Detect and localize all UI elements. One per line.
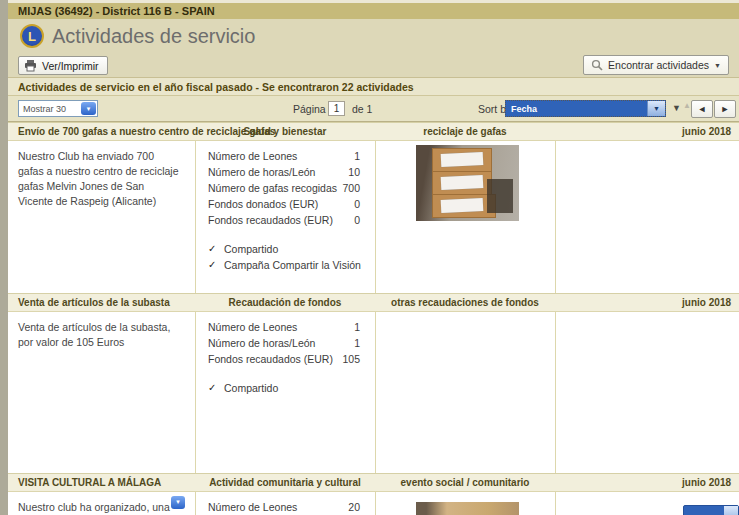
activity-description-cell: Nuestro Club ha enviado 700 gafas a nues… — [8, 141, 195, 293]
activity-date: junio 2018 — [682, 126, 731, 137]
check-icon: ✓ — [208, 380, 224, 396]
stat-row: Fondos recaudados (EUR)0 — [208, 212, 360, 228]
stat-row: Número de Leones20 — [208, 499, 360, 515]
bottom-partial-select[interactable] — [683, 505, 739, 515]
check-icon: ✓ — [208, 241, 224, 257]
find-activities-button[interactable]: Encontrar actividades ▼ — [583, 55, 729, 75]
stat-value: 0 — [354, 212, 360, 228]
stat-row: Número de Leones1 — [208, 148, 360, 164]
results-summary: Actividades de servicio en el año fiscal… — [18, 81, 414, 93]
activity-flags: ✓Compartido✓Campaña Compartir la Visión — [208, 241, 375, 273]
activity-type: reciclaje de gafas — [375, 126, 555, 137]
activity-photo-cell — [375, 312, 555, 473]
stat-value: 1 — [354, 335, 360, 351]
activity-flags: ✓Compartido — [208, 380, 375, 396]
sort-by-select[interactable]: Fecha ▼ — [505, 100, 666, 117]
print-button[interactable]: Ver/Imprimir — [18, 56, 108, 75]
stat-value: 1 — [354, 148, 360, 164]
activity-description: Venta de artículos de la subasta, por va… — [18, 321, 170, 348]
arrow-right-icon: ► — [721, 104, 730, 114]
chevron-down-icon: ▼ — [647, 101, 665, 116]
stat-row: Número de Leones1 — [208, 319, 360, 335]
activity-date: junio 2018 — [682, 477, 731, 488]
activity-section: Envío de 700 gafas a nuestro centro de r… — [8, 122, 739, 293]
activity-category: Actividad comunitaria y cultural — [195, 477, 375, 488]
activity-section: Venta de artículos de la subastaRecaudac… — [8, 293, 739, 473]
arrow-left-icon: ◄ — [698, 104, 707, 114]
stat-label: Número de horas/León — [208, 335, 315, 351]
club-district-title: MIJAS (36492) - District 116 B - SPAIN — [18, 5, 215, 17]
activity-description: Nuestro club ha organizado, una vez más,… — [18, 501, 170, 515]
activity-body: Nuestro club ha organizado, una vez más,… — [8, 492, 739, 515]
stat-value: 20 — [348, 499, 360, 515]
stat-value: 10 — [348, 164, 360, 180]
activity-header-row: Envío de 700 gafas a nuestro centro de r… — [8, 122, 739, 141]
activity-body: Nuestro Club ha enviado 700 gafas a nues… — [8, 141, 739, 293]
stat-value: 0 — [354, 196, 360, 212]
pagination-bar: Mostrar 30 ▼ Página de 1 Sort by Fecha ▼… — [8, 95, 739, 122]
activity-title: VISITA CULTURAL A MÁLAGA — [18, 477, 161, 488]
activity-type: otras recaudaciones de fondos — [375, 297, 555, 308]
show-count-select[interactable]: Mostrar 30 ▼ — [18, 100, 98, 117]
activity-description-cell: Venta de artículos de la subasta, por va… — [8, 312, 195, 473]
flag-label: Compartido — [224, 241, 278, 257]
activity-type: evento social / comunitario — [375, 477, 555, 488]
page-number-input[interactable] — [328, 101, 345, 116]
activity-stats-cell: Número de Leones1Número de horas/León1Fo… — [195, 312, 375, 473]
find-activities-label: Encontrar actividades — [608, 59, 709, 71]
photo-shadow — [487, 179, 513, 213]
stat-label: Fondos recaudados (EUR) — [208, 212, 333, 228]
stat-value: 105 — [342, 351, 360, 367]
activity-section: VISITA CULTURAL A MÁLAGAActividad comuni… — [8, 473, 739, 515]
activity-header-row: Venta de artículos de la subastaRecaudac… — [8, 293, 739, 312]
previous-page-button[interactable]: ◄ — [691, 100, 713, 118]
next-page-button[interactable]: ► — [714, 100, 736, 118]
page: MIJAS (36492) - District 116 B - SPAIN L… — [0, 0, 739, 515]
stat-value: 1 — [354, 319, 360, 335]
stat-label: Número de Leones — [208, 319, 297, 335]
box-label — [441, 152, 484, 167]
activity-description-cell: Nuestro club ha organizado, una vez más,… — [8, 492, 195, 515]
activity-empty-cell — [555, 141, 739, 293]
stat-row: Fondos donados (EUR)0 — [208, 196, 360, 212]
sort-descending-icon[interactable]: ▼ — [672, 104, 681, 113]
activity-description: Nuestro Club ha enviado 700 gafas a nues… — [18, 150, 179, 207]
activity-body: Venta de artículos de la subasta, por va… — [8, 312, 739, 473]
flag-row: ✓Compartido — [208, 241, 375, 257]
activity-stats-cell: Número de Leones20 — [195, 492, 375, 515]
stat-row: Número de gafas recogidas700 — [208, 180, 360, 196]
activity-date: junio 2018 — [682, 297, 731, 308]
activity-stats-cell: Número de Leones1Número de horas/León10N… — [195, 141, 375, 293]
page-header: L Actividades de servicio Ver/Imprimir E… — [8, 19, 739, 77]
activity-photo-thumbnail[interactable] — [416, 145, 519, 221]
activity-photo-thumbnail[interactable] — [416, 502, 519, 515]
page-of-label: de 1 — [352, 103, 372, 115]
activity-list: Envío de 700 gafas a nuestro centro de r… — [8, 122, 739, 515]
check-icon: ✓ — [208, 257, 224, 273]
box-label — [441, 175, 484, 190]
stat-label: Fondos donados (EUR) — [208, 196, 318, 212]
flag-label: Compartido — [224, 380, 278, 396]
chevron-down-icon: ▼ — [714, 62, 721, 69]
box-label — [441, 198, 484, 213]
activity-category: Recaudación de fondos — [195, 297, 375, 308]
stat-row: Fondos recaudados (EUR)105 — [208, 351, 360, 367]
show-count-value: Mostrar 30 — [19, 104, 81, 114]
cardboard-box — [432, 171, 492, 195]
flag-row: ✓Campaña Compartir la Visión — [208, 257, 375, 273]
activity-header-row: VISITA CULTURAL A MÁLAGAActividad comuni… — [8, 473, 739, 492]
stat-row: Número de horas/León1 — [208, 335, 360, 351]
sort-by-value: Fecha — [506, 101, 647, 116]
logo-letter: L — [28, 29, 36, 44]
search-icon — [591, 59, 603, 71]
stat-row: Número de horas/León10 — [208, 164, 360, 180]
cardboard-box — [432, 148, 492, 172]
chevron-down-icon: ▼ — [81, 102, 96, 115]
activity-category: Salud y bienestar — [195, 126, 375, 137]
chevron-down-icon[interactable]: ▼ — [171, 496, 185, 509]
flag-row: ✓Compartido — [208, 380, 375, 396]
club-district-bar: MIJAS (36492) - District 116 B - SPAIN — [8, 3, 739, 19]
activity-empty-cell — [555, 312, 739, 473]
activity-photo-cell — [375, 141, 555, 293]
sort-ascending-icon[interactable]: ▲ — [683, 102, 691, 110]
